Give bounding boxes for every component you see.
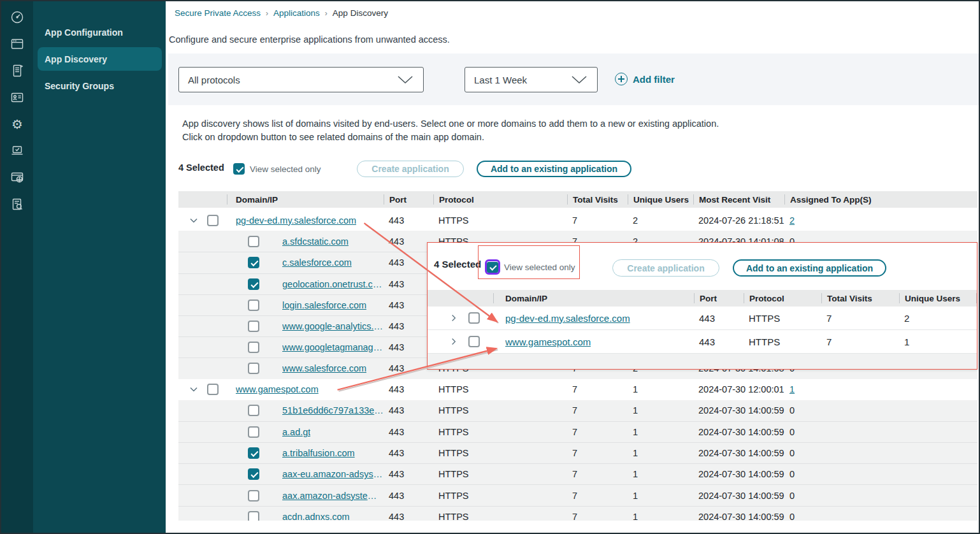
protocol-filter-dropdown[interactable]: All protocols <box>178 67 424 92</box>
settings-gear-icon[interactable]: ⚙ <box>9 117 25 132</box>
domain-link[interactable]: aax.amazon-adsystem.com <box>282 491 384 501</box>
row-checkbox[interactable] <box>248 363 259 374</box>
cell-users: 2 <box>628 215 693 226</box>
overlay-table-row[interactable]: pg-dev-ed.my.salesforce.com443HTTPS72 <box>428 307 977 330</box>
overlay-create-application-button[interactable]: Create application <box>612 259 719 277</box>
header-most-recent-visit: Most Recent Visit <box>693 194 784 205</box>
row-checkbox[interactable] <box>248 468 259 480</box>
row-checkbox[interactable] <box>248 511 259 521</box>
overlay-view-selected-only-checkbox[interactable] <box>487 262 498 273</box>
row-checkbox[interactable] <box>248 278 259 290</box>
row-checkbox[interactable] <box>248 426 259 438</box>
row-checkbox[interactable] <box>248 405 259 416</box>
logs-icon[interactable] <box>9 63 25 78</box>
row-lead-cell: www.gamespot.com <box>178 382 384 396</box>
view-selected-only-checkbox[interactable] <box>233 163 245 175</box>
collapse-chevron-icon[interactable] <box>187 382 201 396</box>
device-posture-icon[interactable] <box>9 143 25 159</box>
identity-card-icon[interactable] <box>9 90 25 105</box>
row-lead-cell: a.ad.gt <box>178 426 384 438</box>
assigned-apps-link[interactable]: 2 <box>789 215 795 226</box>
overlay-add-to-existing-application-button[interactable]: Add to an existing application <box>733 259 886 277</box>
domain-link[interactable]: aax-eu.amazon-adsystem.com <box>282 469 384 479</box>
sidebar-item-app-configuration[interactable]: App Configuration <box>38 23 162 42</box>
info-text: App discovery shows list of domains visi… <box>182 117 719 144</box>
table-row[interactable]: aax.amazon-adsystem.com443HTTPS712024-07… <box>178 484 977 505</box>
page-description: Configure and secure enterprise applicat… <box>169 34 450 45</box>
row-checkbox[interactable] <box>248 236 259 247</box>
domain-link[interactable]: pg-dev-ed.my.salesforce.com <box>236 215 356 226</box>
assigned-apps-link[interactable]: 1 <box>789 384 795 394</box>
dashboard-icon[interactable] <box>9 10 25 25</box>
table-row[interactable]: www.gamespot.com443HTTPS712024-07-30 12:… <box>178 379 977 400</box>
row-checkbox[interactable] <box>248 257 259 268</box>
audit-logs-icon[interactable] <box>9 197 25 212</box>
domain-link[interactable]: a.sfdcstatic.com <box>282 236 349 247</box>
cell-port: 443 <box>384 427 433 437</box>
cell-assigned: 1 <box>784 384 977 394</box>
row-checkbox[interactable] <box>248 447 259 459</box>
domain-link[interactable]: acdn.adnxs.com <box>282 512 350 521</box>
table-row[interactable]: aax-eu.amazon-adsystem.com443HTTPS712024… <box>178 463 977 484</box>
cell-port: 443 <box>384 491 433 501</box>
domain-link[interactable]: www.salesforce.com <box>282 363 366 373</box>
domain-link[interactable]: pg-dev-ed.my.salesforce.com <box>505 313 630 324</box>
row-lead-cell: pg-dev-ed.my.salesforce.com <box>178 213 384 227</box>
expand-chevron-icon[interactable] <box>447 335 461 349</box>
table-row[interactable]: pg-dev-ed.my.salesforce.com443HTTPS72202… <box>178 210 977 231</box>
domain-link[interactable]: www.google-analytics.com <box>282 321 384 331</box>
breadcrumb-link-spa[interactable]: Secure Private Access <box>175 8 261 18</box>
sidebar-item-security-groups[interactable]: Security Groups <box>38 76 162 96</box>
row-checkbox[interactable] <box>207 384 219 395</box>
cell-visits: 7 <box>821 336 899 347</box>
domain-link[interactable]: c.salesforce.com <box>282 257 352 268</box>
overlay-clipped-row <box>428 354 977 370</box>
row-lead-cell: www.googletagmanager.com <box>178 342 384 353</box>
view-selected-only-label: View selected only <box>250 164 321 174</box>
sidebar-item-app-discovery[interactable]: App Discovery <box>38 47 162 71</box>
add-to-existing-application-button[interactable]: Add to an existing application <box>477 161 631 177</box>
row-checkbox[interactable] <box>248 321 259 332</box>
sidebar-item-label: App Discovery <box>45 54 107 64</box>
header-total-visits: Total Visits <box>567 194 628 205</box>
row-lead-cell: login.salesforce.com <box>178 299 384 311</box>
time-filter-dropdown[interactable]: Last 1 Week <box>465 67 598 92</box>
overlay-table-row[interactable]: www.gamespot.com443HTTPS71 <box>428 330 977 354</box>
cell-port: 443 <box>384 257 433 268</box>
row-checkbox[interactable] <box>248 299 259 311</box>
cell-users: 2 <box>899 313 977 324</box>
table-row[interactable]: 51b1e6dd6c797a133ee7a87ec...443HTTPS7120… <box>178 400 977 421</box>
create-application-button[interactable]: Create application <box>357 161 464 177</box>
row-checkbox[interactable] <box>248 490 259 502</box>
domain-link[interactable]: www.googletagmanager.com <box>282 342 384 352</box>
applications-icon[interactable] <box>9 36 25 52</box>
cell-users: 1 <box>628 491 693 501</box>
domain-link[interactable]: a.ad.gt <box>282 427 310 437</box>
add-filter-button[interactable]: Add filter <box>615 73 675 85</box>
breadcrumb-link-applications[interactable]: Applications <box>273 8 320 18</box>
table-row[interactable]: a.ad.gt443HTTPS712024-07-30 14:00:590 <box>178 421 977 442</box>
time-filter-value: Last 1 Week <box>474 75 527 85</box>
row-checkbox[interactable] <box>468 336 480 347</box>
overlay-table-body: pg-dev-ed.my.salesforce.com443HTTPS72www… <box>428 307 977 354</box>
table-row[interactable]: a.tribalfusion.com443HTTPS712024-07-30 1… <box>178 442 977 463</box>
domain-link[interactable]: a.tribalfusion.com <box>282 448 355 458</box>
domain-link[interactable]: login.salesforce.com <box>282 300 366 310</box>
row-checkbox[interactable] <box>207 215 219 226</box>
sidebar-item-label: Security Groups <box>45 81 114 91</box>
cell-port: 443 <box>384 342 433 352</box>
row-checkbox[interactable] <box>468 312 480 324</box>
web-apps-icon[interactable] <box>9 170 25 185</box>
info-line-2: Click on dropdown button to see related … <box>182 131 719 144</box>
domain-link[interactable]: www.gamespot.com <box>505 336 591 347</box>
table-row[interactable]: acdn.adnxs.com443HTTPS712024-07-30 14:00… <box>178 506 977 521</box>
cell-users: 1 <box>628 405 693 415</box>
domain-link[interactable]: www.gamespot.com <box>236 384 319 394</box>
cell-visits: 7 <box>567 512 628 521</box>
collapse-chevron-icon[interactable] <box>187 213 201 227</box>
row-checkbox[interactable] <box>248 342 259 353</box>
domain-link[interactable]: geolocation.onetrust.com <box>282 279 384 289</box>
domain-link[interactable]: 51b1e6dd6c797a133ee7a87ec... <box>282 405 384 415</box>
cell-port: 443 <box>384 512 433 521</box>
expand-chevron-icon[interactable] <box>447 311 461 325</box>
